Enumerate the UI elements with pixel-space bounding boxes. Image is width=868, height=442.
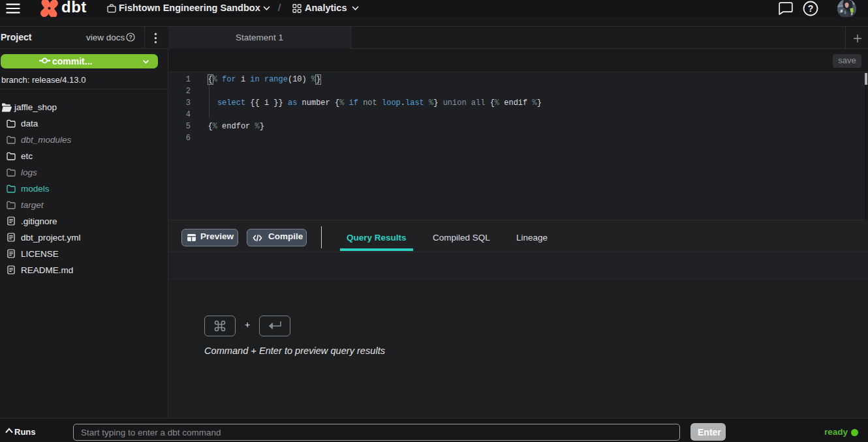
svg-text:?: ?	[129, 34, 132, 40]
svg-text:?: ?	[808, 3, 814, 14]
